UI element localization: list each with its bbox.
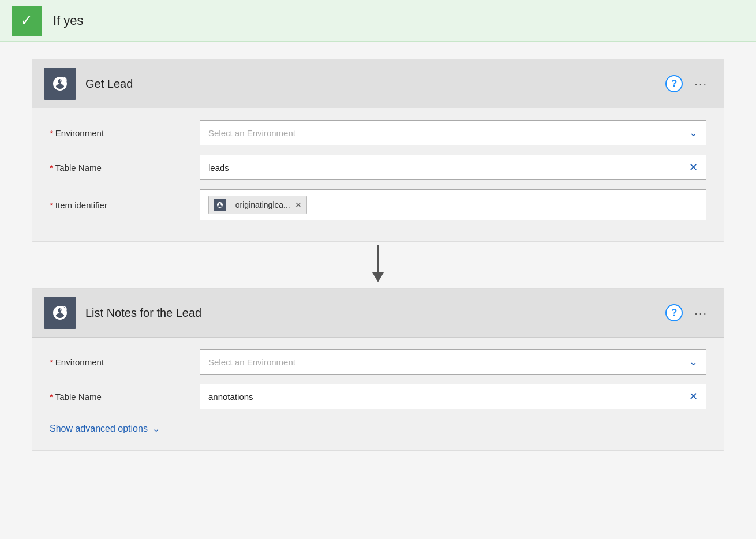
show-advanced-label: Show advanced options bbox=[50, 424, 148, 434]
get-lead-environment-placeholder: Select an Environment bbox=[208, 128, 295, 138]
show-advanced-chevron-icon: ⌄ bbox=[152, 423, 160, 434]
get-lead-card: Get Lead ? ··· *Environment Select an En… bbox=[32, 59, 724, 242]
get-lead-tablename-label: *Table Name bbox=[50, 163, 200, 173]
get-lead-environment-row: *Environment Select an Environment ⌄ bbox=[50, 120, 706, 145]
get-lead-environment-label: *Environment bbox=[50, 128, 200, 138]
svg-marker-2 bbox=[372, 272, 384, 282]
list-notes-environment-row: *Environment Select an Environment ⌄ bbox=[50, 349, 706, 375]
main-content: Get Lead ? ··· *Environment Select an En… bbox=[0, 42, 756, 468]
get-lead-more-button[interactable]: ··· bbox=[690, 75, 712, 93]
list-notes-card-body: *Environment Select an Environment ⌄ *Ta… bbox=[32, 338, 724, 450]
list-notes-tablename-label: *Table Name bbox=[50, 392, 200, 402]
list-notes-tablename-clear-icon[interactable]: ✕ bbox=[689, 390, 698, 403]
get-lead-environment-wrapper: Select an Environment ⌄ bbox=[200, 120, 706, 145]
list-notes-environment-wrapper: Select an Environment ⌄ bbox=[200, 349, 706, 375]
list-notes-tablename-value: annotations bbox=[208, 392, 253, 402]
list-notes-card: List Notes for the Lead ? ··· *Environme… bbox=[32, 288, 724, 451]
get-lead-tablename-clear-icon[interactable]: ✕ bbox=[689, 161, 698, 174]
get-lead-itemid-label: *Item identifier bbox=[50, 200, 200, 210]
get-lead-pill-close-icon[interactable]: ✕ bbox=[295, 200, 302, 209]
arrow-connector bbox=[369, 242, 387, 288]
get-lead-icon bbox=[44, 68, 76, 100]
get-lead-tablename-wrapper: leads ✕ bbox=[200, 155, 706, 180]
list-notes-environment-label: *Environment bbox=[50, 357, 200, 367]
list-notes-title: List Notes for the Lead bbox=[85, 306, 665, 320]
get-lead-help-button[interactable]: ? bbox=[665, 75, 683, 92]
list-notes-environment-placeholder: Select an Environment bbox=[208, 357, 295, 367]
get-lead-environment-chevron-icon: ⌄ bbox=[689, 126, 698, 139]
get-lead-itemid-row: *Item identifier _originatingleа... ✕ bbox=[50, 189, 706, 220]
get-lead-itemid-input[interactable]: _originatingleа... ✕ bbox=[200, 189, 706, 220]
get-lead-tablename-row: *Table Name leads ✕ bbox=[50, 155, 706, 180]
list-notes-environment-dropdown[interactable]: Select an Environment ⌄ bbox=[200, 349, 706, 375]
get-lead-card-body: *Environment Select an Environment ⌄ *Ta… bbox=[32, 108, 724, 241]
if-yes-checkmark: ✓ bbox=[12, 6, 42, 36]
get-lead-pill-text: _originatingleа... bbox=[231, 200, 290, 209]
list-notes-environment-chevron-icon: ⌄ bbox=[689, 355, 698, 368]
show-advanced-options-button[interactable]: Show advanced options ⌄ bbox=[50, 418, 706, 439]
get-lead-tablename-value: leads bbox=[208, 163, 229, 173]
get-lead-environment-dropdown[interactable]: Select an Environment ⌄ bbox=[200, 120, 706, 145]
list-notes-card-header: List Notes for the Lead ? ··· bbox=[32, 289, 724, 338]
get-lead-title: Get Lead bbox=[85, 77, 665, 91]
get-lead-itemid-tag: _originatingleа... ✕ bbox=[208, 196, 307, 214]
list-notes-tablename-input[interactable]: annotations ✕ bbox=[200, 384, 706, 409]
get-lead-tablename-input[interactable]: leads ✕ bbox=[200, 155, 706, 180]
list-notes-icon bbox=[44, 297, 76, 329]
list-notes-help-button[interactable]: ? bbox=[665, 304, 683, 321]
list-notes-tablename-wrapper: annotations ✕ bbox=[200, 384, 706, 409]
if-yes-label: If yes bbox=[53, 13, 84, 28]
list-notes-tablename-row: *Table Name annotations ✕ bbox=[50, 384, 706, 409]
get-lead-pill-icon bbox=[214, 199, 226, 211]
if-yes-bar: ✓ If yes bbox=[0, 0, 756, 42]
list-notes-more-button[interactable]: ··· bbox=[690, 304, 712, 322]
get-lead-itemid-wrapper: _originatingleа... ✕ bbox=[200, 189, 706, 220]
get-lead-card-header: Get Lead ? ··· bbox=[32, 59, 724, 108]
